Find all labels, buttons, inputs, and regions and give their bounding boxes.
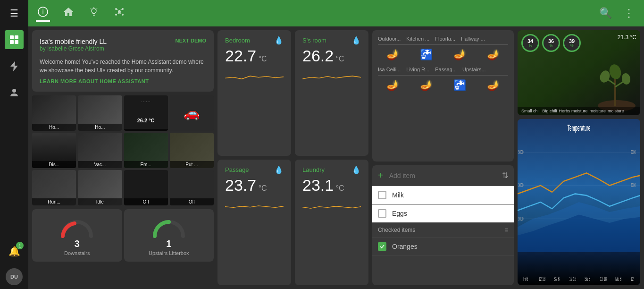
sroom-header: S's room 💧 [302,36,361,45]
light-item-water-2[interactable]: 🚰 [445,79,475,92]
camera-ho-1[interactable]: Ho... [32,95,76,131]
light-item-8[interactable]: 🪔 [478,79,508,92]
camera-vac[interactable]: Vac... [78,133,122,168]
light-item-3[interactable]: 🪔 [445,49,475,61]
shopping-item-oranges: Oranges [372,238,514,256]
svg-rect-2 [10,40,14,44]
top-navigation: i [28,0,644,26]
network-nav-icon[interactable] [112,5,126,22]
svg-text:Temperature: Temperature [568,123,591,132]
light-item-5[interactable]: 🪔 [378,79,408,92]
column-2: Bedroom 💧 22.7 °C S's room 💧 [217,30,368,285]
downstairs-gauge: 3 Downstairs [32,209,122,262]
add-item-input[interactable] [389,172,496,179]
person-icon[interactable] [5,83,24,102]
plant-circles: 34 % 36 % 39 % [521,34,581,52]
svg-text:Mo 6: Mo 6 [615,276,621,282]
light-item-1[interactable]: 🪔 [378,49,408,61]
gauge-row: 3 Downstairs 1 Upstairs Litterbox [32,209,214,262]
sort-icon[interactable]: ⇅ [502,171,508,180]
eggs-label: Eggs [392,210,407,217]
camera-label-off-2: Off [170,198,214,205]
svg-rect-3 [15,40,18,44]
svg-line-22 [117,13,119,14]
light-item-6[interactable]: 🪔 [411,79,441,92]
checked-items-label: Checked items [378,227,415,233]
laundry-header: Laundry 💧 [302,165,361,174]
camera-label-off-1: Off [124,198,168,205]
demo-description: Welcome home! You've reached the Home As… [40,58,206,75]
plant-circle-1: 34 % [521,34,539,52]
camera-off-2[interactable]: Off [170,170,214,205]
milk-checkbox[interactable] [378,191,386,199]
search-icon[interactable]: 🔍 [597,5,614,21]
light-item-4[interactable]: 🪔 [478,49,508,61]
camera-temp[interactable]: ⋯⋯ 26.2 °C [124,95,168,131]
svg-text:5000: 5000 [631,150,636,155]
eggs-checkbox[interactable] [378,209,386,218]
lights-tab-floor[interactable]: Floorla... [435,36,455,42]
plant-circle-2: 36 % [542,34,560,52]
lights-tab-passage[interactable]: Passag... [435,67,457,72]
lights-tab-isa[interactable]: Isa Ceili... [378,67,401,72]
camera-car[interactable]: 🚗 [170,95,214,131]
svg-point-28 [608,63,622,80]
lights-tab-hallway[interactable]: Hallway ... [461,36,485,42]
shopping-list: + ⇅ Milk Eggs Checked items ≡ [372,165,514,285]
camera-label-run: Run... [32,198,76,205]
camera-put[interactable]: Put ... [170,133,214,168]
lights-tab-outdoor[interactable]: Outdoor... [378,36,401,42]
menu-icon[interactable]: ☰ [5,4,24,23]
camera-ho-2[interactable]: Ho... [78,95,122,131]
light-item-water-1[interactable]: 🚰 [411,49,441,61]
camera-dis[interactable]: Dis... [32,133,76,168]
camera-idle[interactable]: Idle [78,170,122,205]
oranges-checkbox[interactable] [378,242,386,251]
camera-label-1: Ho... [32,124,76,131]
dashboard-icon[interactable] [5,30,24,49]
info-nav-icon[interactable]: i [36,5,50,22]
demo-card: Isa's mobile friendly LL by Isabelle Gro… [32,30,214,92]
svg-text:Fr 6: Fr 6 [523,276,528,282]
camera-grid: Ho... Ho... ⋯⋯ 26.2 °C 🚗 Dis... [32,95,214,205]
lights-tab-living[interactable]: Living R... [406,67,429,72]
svg-text:12 18: 12 18 [600,276,607,282]
home-nav-icon[interactable] [61,5,75,22]
checked-items-header: Checked items ≡ [372,223,514,238]
learn-more-link[interactable]: LEARN MORE ABOUT HOME ASSISTANT [40,78,206,84]
bedroom-card[interactable]: Bedroom 💧 22.7 °C [217,30,291,156]
more-icon[interactable]: ⋮ [621,5,636,22]
camera-run[interactable]: Run... [32,170,76,205]
avatar[interactable]: DU [6,268,23,285]
bell-icon[interactable]: 🔔 1 [5,242,24,261]
svg-marker-4 [10,61,18,71]
oranges-label: Oranges [392,243,418,250]
laundry-card[interactable]: Laundry 💧 23.1 °C [295,160,368,285]
next-demo-button[interactable]: NEXT DEMO [176,38,206,43]
demo-title: Isa's mobile friendly LL by Isabelle Gro… [40,38,107,56]
sroom-name: S's room [302,37,326,44]
plant-names: Small chili Big chili Herbs moisture moi… [518,107,640,115]
add-item-plus[interactable]: + [378,170,384,181]
sroom-card[interactable]: S's room 💧 26.2 °C [295,30,368,156]
svg-rect-0 [10,35,14,39]
shopping-item-milk: Milk [372,186,514,204]
passage-temp-icon: 💧 [274,165,284,174]
upstairs-gauge-label: Upstairs Litterbox [149,250,189,256]
lightning-icon[interactable] [5,57,24,76]
svg-line-23 [119,13,122,14]
lights-tab-kitchen[interactable]: Kitchen ... [406,36,429,42]
sroom-temp-icon: 💧 [351,36,361,45]
upstairs-gauge-number: 1 [166,238,171,249]
downstairs-gauge-number: 3 [75,238,80,249]
shopping-item-eggs: Eggs [372,204,514,223]
svg-rect-10 [92,13,95,14]
passage-card[interactable]: Passage 💧 23.7 °C [217,160,291,285]
passage-temp-value: 23.7 °C [225,176,284,195]
camera-off-1[interactable]: Off [124,170,168,205]
lights-tab-upstairs[interactable]: Upstairs... [462,67,486,72]
bulb-nav-icon[interactable] [87,5,101,22]
camera-em[interactable]: Em... [124,133,168,168]
content-area: Isa's mobile friendly LL by Isabelle Gro… [28,26,644,289]
svg-line-21 [119,9,122,10]
